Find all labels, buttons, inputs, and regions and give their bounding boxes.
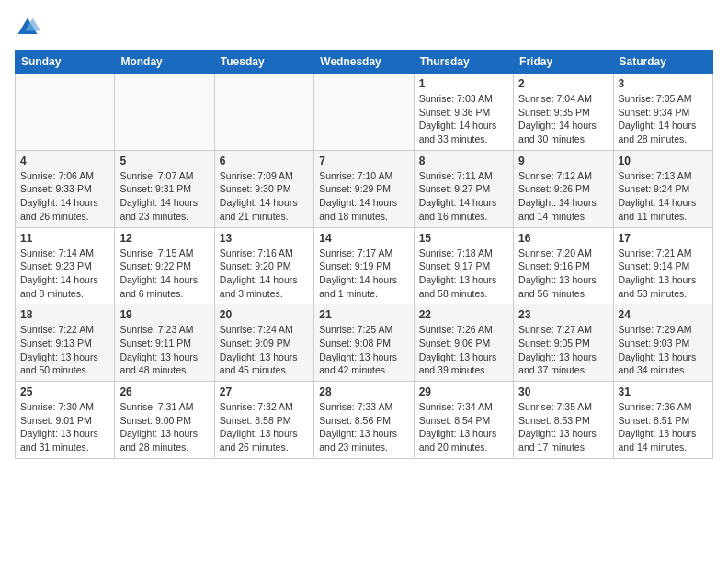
calendar-cell: 3Sunrise: 7:05 AM Sunset: 9:34 PM Daylig…: [613, 74, 712, 151]
calendar-cell: 28Sunrise: 7:33 AM Sunset: 8:56 PM Dayli…: [314, 382, 414, 459]
day-info: Sunrise: 7:32 AM Sunset: 8:58 PM Dayligh…: [220, 400, 309, 454]
day-info: Sunrise: 7:24 AM Sunset: 9:09 PM Dayligh…: [220, 323, 309, 377]
day-info: Sunrise: 7:09 AM Sunset: 9:30 PM Dayligh…: [220, 169, 309, 224]
day-number: 16: [518, 232, 608, 245]
calendar-cell: 11Sunrise: 7:14 AM Sunset: 9:23 PM Dayli…: [16, 227, 115, 304]
day-number: 22: [419, 308, 508, 321]
day-info: Sunrise: 7:30 AM Sunset: 9:01 PM Dayligh…: [20, 400, 109, 454]
weekday-header-wednesday: Wednesday: [314, 51, 414, 74]
day-number: 12: [119, 232, 209, 245]
day-info: Sunrise: 7:16 AM Sunset: 9:20 PM Dayligh…: [220, 247, 309, 301]
day-number: 7: [319, 155, 408, 167]
day-number: 23: [518, 308, 608, 321]
day-info: Sunrise: 7:27 AM Sunset: 9:05 PM Dayligh…: [518, 323, 608, 377]
day-number: 17: [619, 232, 708, 245]
day-number: 13: [220, 232, 309, 245]
calendar-cell: [314, 74, 414, 151]
calendar-cell: 13Sunrise: 7:16 AM Sunset: 9:20 PM Dayli…: [214, 227, 313, 304]
calendar-cell: 10Sunrise: 7:13 AM Sunset: 9:24 PM Dayli…: [613, 150, 712, 227]
calendar-cell: 25Sunrise: 7:30 AM Sunset: 9:01 PM Dayli…: [16, 382, 115, 459]
day-info: Sunrise: 7:05 AM Sunset: 9:34 PM Dayligh…: [619, 92, 708, 146]
day-info: Sunrise: 7:17 AM Sunset: 9:19 PM Dayligh…: [319, 247, 408, 301]
day-info: Sunrise: 7:11 AM Sunset: 9:27 PM Dayligh…: [419, 169, 508, 224]
calendar-cell: 24Sunrise: 7:29 AM Sunset: 9:03 PM Dayli…: [613, 304, 712, 382]
weekday-header-thursday: Thursday: [414, 51, 513, 74]
day-info: Sunrise: 7:23 AM Sunset: 9:11 PM Dayligh…: [119, 323, 209, 377]
calendar-cell: 17Sunrise: 7:21 AM Sunset: 9:14 PM Dayli…: [613, 227, 712, 304]
calendar-cell: 21Sunrise: 7:25 AM Sunset: 9:08 PM Dayli…: [314, 304, 414, 382]
calendar-table: SundayMondayTuesdayWednesdayThursdayFrid…: [15, 50, 713, 459]
calendar-cell: 23Sunrise: 7:27 AM Sunset: 9:05 PM Dayli…: [514, 304, 613, 382]
day-number: 21: [319, 308, 408, 321]
calendar-cell: 6Sunrise: 7:09 AM Sunset: 9:30 PM Daylig…: [214, 150, 313, 227]
calendar-cell: 29Sunrise: 7:34 AM Sunset: 8:54 PM Dayli…: [414, 382, 513, 459]
logo: [15, 15, 44, 40]
calendar-cell: 9Sunrise: 7:12 AM Sunset: 9:26 PM Daylig…: [514, 150, 613, 227]
day-number: 2: [518, 77, 608, 90]
day-info: Sunrise: 7:33 AM Sunset: 8:56 PM Dayligh…: [319, 400, 408, 454]
calendar-week-3: 11Sunrise: 7:14 AM Sunset: 9:23 PM Dayli…: [16, 227, 713, 304]
calendar-cell: [16, 74, 115, 151]
calendar-cell: 14Sunrise: 7:17 AM Sunset: 9:19 PM Dayli…: [314, 227, 414, 304]
calendar-cell: 1Sunrise: 7:03 AM Sunset: 9:36 PM Daylig…: [414, 74, 513, 151]
logo-icon: [15, 15, 40, 40]
day-info: Sunrise: 7:04 AM Sunset: 9:35 PM Dayligh…: [518, 92, 608, 146]
calendar-cell: 31Sunrise: 7:36 AM Sunset: 8:51 PM Dayli…: [613, 382, 712, 459]
day-number: 30: [518, 385, 608, 398]
day-info: Sunrise: 7:22 AM Sunset: 9:13 PM Dayligh…: [20, 323, 109, 377]
calendar-week-2: 4Sunrise: 7:06 AM Sunset: 9:33 PM Daylig…: [16, 150, 713, 227]
day-info: Sunrise: 7:03 AM Sunset: 9:36 PM Dayligh…: [419, 92, 508, 146]
calendar-week-5: 25Sunrise: 7:30 AM Sunset: 9:01 PM Dayli…: [16, 382, 713, 459]
day-number: 8: [419, 155, 508, 167]
calendar-cell: 19Sunrise: 7:23 AM Sunset: 9:11 PM Dayli…: [115, 304, 214, 382]
day-number: 10: [619, 155, 708, 167]
calendar-cell: 5Sunrise: 7:07 AM Sunset: 9:31 PM Daylig…: [115, 150, 214, 227]
page-header: [15, 15, 713, 40]
day-number: 9: [518, 155, 608, 167]
calendar-cell: 12Sunrise: 7:15 AM Sunset: 9:22 PM Dayli…: [115, 227, 214, 304]
calendar-cell: 15Sunrise: 7:18 AM Sunset: 9:17 PM Dayli…: [414, 227, 513, 304]
weekday-header-saturday: Saturday: [613, 51, 712, 74]
day-number: 19: [119, 308, 209, 321]
weekday-header-monday: Monday: [115, 51, 214, 74]
calendar-cell: 4Sunrise: 7:06 AM Sunset: 9:33 PM Daylig…: [16, 150, 115, 227]
day-info: Sunrise: 7:36 AM Sunset: 8:51 PM Dayligh…: [619, 400, 708, 454]
day-number: 25: [20, 385, 109, 398]
day-number: 11: [20, 232, 109, 245]
day-info: Sunrise: 7:20 AM Sunset: 9:16 PM Dayligh…: [518, 247, 608, 301]
day-info: Sunrise: 7:21 AM Sunset: 9:14 PM Dayligh…: [619, 247, 708, 301]
day-number: 26: [119, 385, 209, 398]
calendar-cell: 26Sunrise: 7:31 AM Sunset: 9:00 PM Dayli…: [115, 382, 214, 459]
calendar-cell: 18Sunrise: 7:22 AM Sunset: 9:13 PM Dayli…: [16, 304, 115, 382]
day-number: 27: [220, 385, 309, 398]
day-number: 4: [20, 155, 109, 167]
calendar-cell: 8Sunrise: 7:11 AM Sunset: 9:27 PM Daylig…: [414, 150, 513, 227]
day-number: 14: [319, 232, 408, 245]
calendar-cell: 27Sunrise: 7:32 AM Sunset: 8:58 PM Dayli…: [214, 382, 313, 459]
calendar-body: 1Sunrise: 7:03 AM Sunset: 9:36 PM Daylig…: [16, 74, 713, 459]
day-info: Sunrise: 7:29 AM Sunset: 9:03 PM Dayligh…: [619, 323, 708, 377]
day-info: Sunrise: 7:18 AM Sunset: 9:17 PM Dayligh…: [419, 247, 508, 301]
weekday-header-sunday: Sunday: [16, 51, 115, 74]
day-info: Sunrise: 7:25 AM Sunset: 9:08 PM Dayligh…: [319, 323, 408, 377]
calendar-cell: 22Sunrise: 7:26 AM Sunset: 9:06 PM Dayli…: [414, 304, 513, 382]
day-info: Sunrise: 7:06 AM Sunset: 9:33 PM Dayligh…: [20, 169, 109, 224]
calendar-cell: 7Sunrise: 7:10 AM Sunset: 9:29 PM Daylig…: [314, 150, 414, 227]
calendar-cell: 20Sunrise: 7:24 AM Sunset: 9:09 PM Dayli…: [214, 304, 313, 382]
day-number: 15: [419, 232, 508, 245]
day-number: 1: [419, 77, 508, 90]
day-number: 5: [119, 155, 209, 167]
weekday-header-friday: Friday: [514, 51, 613, 74]
day-number: 18: [20, 308, 109, 321]
day-info: Sunrise: 7:10 AM Sunset: 9:29 PM Dayligh…: [319, 169, 408, 224]
day-number: 6: [220, 155, 309, 167]
day-number: 24: [619, 308, 708, 321]
calendar-cell: [115, 74, 214, 151]
calendar-week-4: 18Sunrise: 7:22 AM Sunset: 9:13 PM Dayli…: [16, 304, 713, 382]
day-info: Sunrise: 7:12 AM Sunset: 9:26 PM Dayligh…: [518, 169, 608, 224]
day-info: Sunrise: 7:34 AM Sunset: 8:54 PM Dayligh…: [419, 400, 508, 454]
calendar-week-1: 1Sunrise: 7:03 AM Sunset: 9:36 PM Daylig…: [16, 74, 713, 151]
day-info: Sunrise: 7:31 AM Sunset: 9:00 PM Dayligh…: [119, 400, 209, 454]
day-info: Sunrise: 7:14 AM Sunset: 9:23 PM Dayligh…: [20, 247, 109, 301]
day-info: Sunrise: 7:13 AM Sunset: 9:24 PM Dayligh…: [619, 169, 708, 224]
